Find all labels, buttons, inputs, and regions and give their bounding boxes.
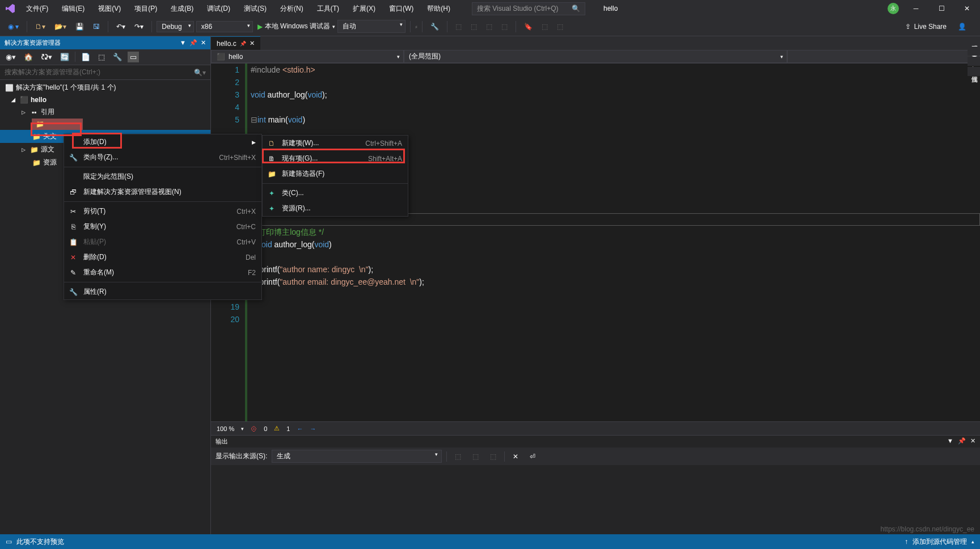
panel-dropdown-icon[interactable]: ▼ bbox=[947, 437, 953, 446]
vtab-server-explorer[interactable]: 服务器资源管理器 bbox=[968, 36, 980, 45]
panel-pin-icon[interactable]: 📌 bbox=[189, 39, 197, 47]
maximize-button[interactable]: ☐ bbox=[933, 3, 950, 14]
warning-icon[interactable]: ⚠ bbox=[274, 425, 280, 432]
account-icon[interactable]: 👤 bbox=[954, 21, 970, 32]
close-button[interactable]: ✕ bbox=[958, 3, 975, 14]
menu-file[interactable]: 文件(F) bbox=[23, 2, 52, 16]
nav-back-icon[interactable]: ◉ ▾ bbox=[5, 21, 22, 32]
cm-new-view[interactable]: 🗗 新建解决方案资源管理器视图(N) bbox=[64, 184, 261, 200]
panel-close-icon[interactable]: ✕ bbox=[970, 437, 975, 446]
menu-analyze[interactable]: 分析(N) bbox=[277, 2, 307, 16]
cm-delete[interactable]: ✕ 删除(D) Del bbox=[64, 250, 261, 265]
vtab-properties[interactable]: 属性 bbox=[968, 67, 980, 76]
panel-close-icon[interactable]: ✕ bbox=[201, 39, 206, 47]
config-dropdown[interactable]: Debug bbox=[157, 21, 193, 32]
tree-solution-root[interactable]: ⬜ 解决方案"hello"(1 个项目/共 1 个) bbox=[0, 81, 210, 94]
tree-references[interactable]: ▷ ▪▪ 引用 bbox=[0, 105, 210, 119]
solution-search-input[interactable]: 搜索解决方案资源管理器(Ctrl+;) 🔍▾ bbox=[0, 65, 210, 80]
preview-icon[interactable]: ▭ bbox=[128, 52, 139, 62]
cm-copy[interactable]: ⎘ 复制(Y) Ctrl+C bbox=[64, 219, 261, 234]
tb-icon-4[interactable]: ⬚ bbox=[483, 21, 496, 32]
up-arrow-icon[interactable]: ↑ bbox=[905, 538, 908, 546]
menu-extensions[interactable]: 扩展(X) bbox=[349, 2, 379, 16]
search-input[interactable]: 搜索 Visual Studio (Ctrl+Q) 🔍 bbox=[472, 2, 585, 15]
output-content[interactable] bbox=[211, 465, 980, 534]
tb-icon-6[interactable]: ⬚ bbox=[538, 21, 551, 32]
menu-help[interactable]: 帮助(H) bbox=[424, 2, 454, 16]
tb-icon-1[interactable]: 🔧 bbox=[427, 21, 442, 32]
pin-icon[interactable]: 📌 bbox=[240, 41, 246, 47]
output-source-dropdown[interactable]: 生成 bbox=[272, 450, 442, 463]
code-content[interactable]: #include <stdio.h> void author_log(void)… bbox=[245, 64, 980, 421]
vtab-toolbox[interactable]: 工具箱 bbox=[968, 47, 980, 56]
zoom-level[interactable]: 100 % bbox=[217, 425, 234, 432]
cm-new-filter[interactable]: 📁 新建筛选器(F) bbox=[263, 166, 408, 181]
cm-cut[interactable]: ✂ 剪切(T) Ctrl+X bbox=[64, 204, 261, 219]
tree-project[interactable]: ◢ ⬛ hello bbox=[0, 94, 210, 105]
tb-icon-3[interactable]: ⬚ bbox=[467, 21, 480, 32]
next-nav-icon[interactable]: → bbox=[310, 425, 316, 432]
save-all-icon[interactable]: 🖫 bbox=[90, 21, 103, 32]
props-icon[interactable]: 🔧 bbox=[111, 52, 124, 62]
user-avatar[interactable]: 永 bbox=[888, 3, 899, 14]
tb-icon-5[interactable]: ⬚ bbox=[498, 21, 511, 32]
close-tab-icon[interactable]: ✕ bbox=[250, 40, 255, 47]
open-icon[interactable]: 📂▾ bbox=[51, 21, 70, 32]
play-icon[interactable]: ▶ bbox=[257, 23, 263, 31]
cm-existing-item[interactable]: 🗎 现有项(G)... Shift+Alt+A bbox=[263, 151, 408, 166]
nav-scope-dropdown[interactable]: ⬛ hello bbox=[211, 50, 404, 63]
cm-resource[interactable]: ✦ 资源(R)... bbox=[263, 201, 408, 216]
show-all-icon[interactable]: 📄 bbox=[79, 52, 92, 62]
platform-dropdown[interactable]: x86 bbox=[196, 21, 253, 32]
cm-add[interactable]: 添加(D) ▶ bbox=[64, 134, 261, 150]
menu-view[interactable]: 视图(V) bbox=[95, 2, 124, 16]
file-tab[interactable]: hello.c 📌 ✕ bbox=[211, 36, 260, 50]
cm-class-wizard[interactable]: 🔧 类向导(Z)... Ctrl+Shift+X bbox=[64, 150, 261, 165]
cm-rename[interactable]: ✎ 重命名(M) F2 bbox=[64, 265, 261, 280]
tree-ext-deps[interactable]: 📁 bbox=[32, 119, 83, 130]
zoom-dropdown-icon[interactable]: ▾ bbox=[241, 426, 244, 432]
live-share-button[interactable]: Live Share bbox=[914, 23, 947, 31]
home-icon[interactable]: 🏠 bbox=[22, 52, 35, 62]
tb-icon[interactable]: ⬚ bbox=[96, 52, 107, 62]
source-control-label[interactable]: 添加到源代码管理 bbox=[913, 537, 967, 547]
new-project-icon[interactable]: 🗋▾ bbox=[32, 21, 49, 32]
nav-function-dropdown[interactable] bbox=[787, 50, 980, 63]
menu-debug[interactable]: 调试(D) bbox=[204, 2, 234, 16]
output-icon-3[interactable]: ⬚ bbox=[487, 451, 500, 462]
code-editor[interactable]: 1 2 3 4 5 17 18 19 20 #include <stdio.h>… bbox=[211, 64, 980, 421]
collapse-arrow-icon[interactable]: ◢ bbox=[11, 97, 17, 103]
bookmark-icon[interactable]: 🔖 bbox=[521, 21, 536, 32]
clear-icon[interactable]: ✕ bbox=[509, 451, 522, 462]
panel-pin-icon[interactable]: 📌 bbox=[958, 437, 966, 446]
menu-build[interactable]: 生成(B) bbox=[167, 2, 197, 16]
expand-arrow-icon[interactable]: ▷ bbox=[22, 109, 27, 115]
collapse-icon[interactable]: ◉▾ bbox=[3, 52, 18, 62]
output-icon-2[interactable]: ⬚ bbox=[469, 451, 482, 462]
sync-icon[interactable]: 🗘▾ bbox=[39, 52, 54, 62]
tb-icon-7[interactable]: ⬚ bbox=[554, 21, 567, 32]
menu-tools[interactable]: 工具(T) bbox=[314, 2, 343, 16]
expand-arrow-icon[interactable]: ▷ bbox=[22, 147, 27, 153]
mode-dropdown[interactable]: 自动 bbox=[337, 20, 405, 33]
menu-window[interactable]: 窗口(W) bbox=[386, 2, 417, 16]
prev-nav-icon[interactable]: ← bbox=[297, 425, 303, 432]
menu-project[interactable]: 项目(P) bbox=[131, 2, 160, 16]
nav-member-dropdown[interactable]: (全局范围) bbox=[404, 50, 787, 63]
cm-scope[interactable]: 限定为此范围(S) bbox=[64, 169, 261, 184]
cm-class[interactable]: ✦ 类(C)... bbox=[263, 185, 408, 201]
cm-new-item[interactable]: 🗋 新建项(W)... Ctrl+Shift+A bbox=[263, 136, 408, 151]
cm-properties[interactable]: 🔧 属性(R) bbox=[64, 284, 261, 299]
error-icon[interactable]: ⮾ bbox=[251, 425, 257, 432]
panel-dropdown-icon[interactable]: ▼ bbox=[180, 39, 186, 47]
minimize-button[interactable]: ─ bbox=[907, 3, 924, 14]
vtab-notifications[interactable]: 通知 bbox=[968, 57, 980, 66]
menu-edit[interactable]: 编辑(E) bbox=[58, 2, 88, 16]
refresh-icon[interactable]: 🔄 bbox=[58, 52, 71, 62]
undo-icon[interactable]: ↶▾ bbox=[113, 21, 129, 32]
debugger-label[interactable]: 本地 Windows 调试器 bbox=[265, 22, 330, 31]
tb-icon-2[interactable]: ⬚ bbox=[452, 21, 465, 32]
wrap-icon[interactable]: ⏎ bbox=[526, 451, 539, 462]
output-icon-1[interactable]: ⬚ bbox=[451, 451, 464, 462]
save-icon[interactable]: 💾 bbox=[72, 21, 87, 32]
